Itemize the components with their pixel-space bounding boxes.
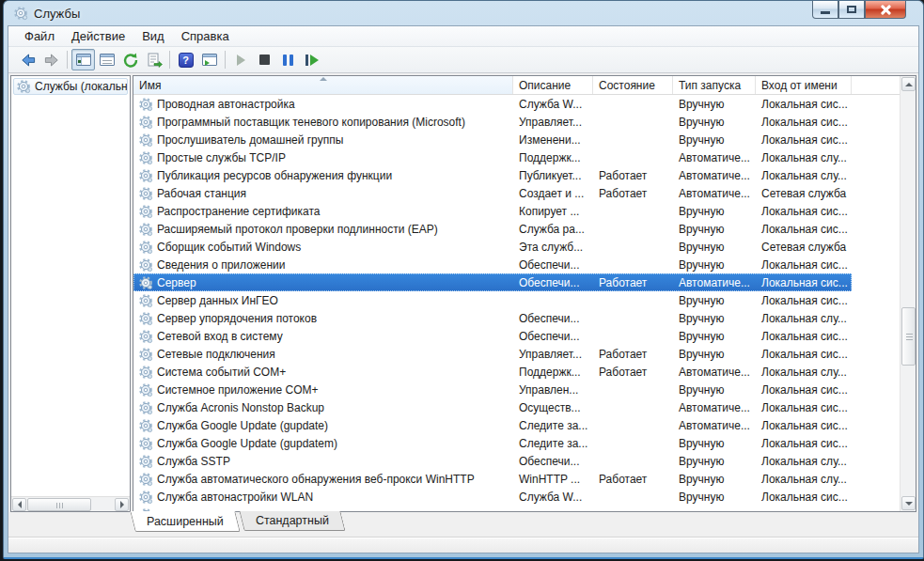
table-row[interactable]: Расширяемый протокол проверки подлинност…	[133, 220, 852, 238]
toolbar-separator	[169, 51, 170, 69]
scroll-up-button[interactable]	[901, 77, 916, 91]
service-description-cell: Служба W...	[513, 98, 593, 111]
vertical-scrollbar-thumb[interactable]	[901, 307, 916, 366]
service-logon-cell: Локальная сис...	[756, 383, 852, 397]
table-row[interactable]: Служба Acronis Nonstop Backup Осуществ..…	[133, 398, 852, 416]
export-list-icon	[146, 52, 163, 69]
table-row[interactable]: Служба автоматического обнаружения веб-п…	[133, 470, 852, 488]
menu-file[interactable]: Файл	[16, 27, 63, 45]
service-description-cell: Обеспечи...	[513, 312, 593, 325]
close-button[interactable]	[865, 1, 906, 19]
start-service-button[interactable]	[229, 49, 253, 70]
service-status-cell: Работает	[593, 187, 673, 200]
table-row[interactable]: Служба Google Update (gupdate) Следите з…	[133, 416, 852, 434]
service-description-cell: Копирует ...	[513, 205, 593, 218]
service-logon-cell: Локальная сис...	[756, 294, 852, 307]
table-row[interactable]: Служба автонастройки WLAN Служба W... Вр…	[133, 488, 852, 506]
table-row[interactable]: Служба SSTP Обеспечи... Вручную Локальна…	[133, 452, 852, 470]
minimize-icon	[821, 11, 830, 14]
service-logon-cell: Локальная слу...	[756, 151, 852, 164]
column-header-logon-as[interactable]: Вход от имени	[756, 76, 852, 94]
table-row[interactable]: Сервер данных ИнГЕО Вручную Локальная си…	[133, 291, 852, 309]
minimize-button[interactable]	[812, 1, 838, 19]
table-row[interactable]: Служба Google Update (gupdatem) Следите …	[133, 434, 852, 452]
maximize-button[interactable]	[838, 1, 865, 19]
service-description-cell: Создает и ...	[513, 187, 593, 200]
service-name-cell: Система событий COM+	[133, 365, 513, 380]
service-logon-cell: Локальная слу...	[756, 455, 852, 468]
menu-view[interactable]: Вид	[133, 27, 173, 45]
service-startup-cell: Вручную	[673, 294, 756, 307]
service-startup-cell: Вручную	[673, 133, 756, 147]
console-tree-pane: Службы (локальн	[10, 75, 131, 512]
properties-button[interactable]	[95, 49, 118, 70]
sort-ascending-icon	[320, 77, 327, 81]
action-pane-icon	[202, 54, 217, 66]
table-row[interactable]: Сетевой вход в систему Обеспечи... Вручн…	[133, 327, 852, 345]
help-button[interactable]: ?	[174, 49, 197, 70]
service-startup-cell: Автоматиче...	[673, 151, 756, 164]
service-name-cell: Сборщик событий Windows	[133, 240, 513, 255]
table-row[interactable]: Сетевые подключения Управляет... Работае…	[133, 345, 852, 363]
service-startup-cell: Вручную	[673, 205, 756, 218]
forward-button[interactable]	[39, 49, 63, 70]
show-console-tree-button[interactable]	[71, 49, 95, 70]
service-name-cell: Программный поставщик теневого копирован…	[133, 115, 513, 130]
column-header-name[interactable]: Имя	[133, 76, 513, 94]
back-button[interactable]	[16, 49, 39, 70]
column-header-status[interactable]: Состояние	[593, 76, 673, 94]
table-row[interactable]: Распространение сертификата Копирует ...…	[133, 202, 852, 220]
table-row[interactable]: Рабочая станция Создает и ... Работает А…	[133, 184, 852, 202]
pause-service-button[interactable]	[276, 49, 300, 70]
table-row[interactable]: Сборщик событий Windows Эта служб... Вру…	[133, 238, 852, 256]
menu-action[interactable]: Действие	[63, 27, 133, 45]
service-description-cell: Осуществ...	[513, 401, 593, 414]
restart-service-button[interactable]	[300, 49, 323, 70]
vertical-scrollbar[interactable]	[900, 76, 916, 511]
scroll-right-button[interactable]	[115, 498, 129, 511]
scroll-down-button[interactable]	[901, 496, 916, 510]
tree-item-services-local[interactable]: Службы (локальн	[13, 78, 128, 95]
table-row[interactable]: Система событий COM+ Поддержк... Работае…	[133, 363, 852, 381]
scroll-up-icon	[905, 83, 913, 86]
stop-service-button[interactable]	[253, 49, 276, 70]
table-row[interactable]: Простые службы TCP/IP Поддержк... Автома…	[133, 148, 852, 166]
table-row[interactable]: Сервер Обеспечи... Работает Автоматиче..…	[133, 273, 852, 291]
column-header-startup-type[interactable]: Тип запуска	[673, 76, 756, 94]
scroll-down-icon	[905, 502, 913, 506]
service-startup-cell: Автоматиче...	[673, 187, 756, 200]
service-gear-icon	[138, 329, 153, 344]
table-row[interactable]: Сервер упорядочения потоков Обеспечи... …	[133, 309, 852, 327]
service-name-cell: Рабочая станция	[133, 186, 513, 201]
service-startup-cell: Автоматиче...	[673, 419, 756, 432]
service-gear-icon	[138, 418, 153, 433]
table-row[interactable]: Программный поставщик теневого копирован…	[133, 113, 852, 131]
titlebar[interactable]: Службы	[4, 1, 923, 25]
horizontal-scrollbar[interactable]	[11, 496, 130, 511]
service-logon-cell: Локальная сис...	[756, 98, 852, 111]
show-action-pane-button[interactable]	[197, 49, 221, 70]
service-logon-cell: Локальная сис...	[756, 491, 852, 504]
refresh-button[interactable]	[118, 49, 142, 70]
menu-help[interactable]: Справка	[173, 27, 238, 45]
service-description-cell: Управлен...	[513, 383, 593, 397]
play-icon	[237, 55, 245, 66]
column-header-description[interactable]: Описание	[513, 76, 593, 94]
properties-icon	[100, 54, 115, 66]
table-row[interactable]: Прослушиватель домашней группы Изменени.…	[133, 131, 852, 148]
service-gear-icon	[138, 150, 153, 165]
horizontal-scrollbar-thumb[interactable]	[27, 498, 91, 511]
tab-standard[interactable]: Стандартный	[239, 511, 345, 531]
table-row[interactable]: Публикация ресурсов обнаружения функции …	[133, 166, 852, 184]
table-row[interactable]: Сведения о приложении Обеспечи... Вручну…	[133, 256, 852, 273]
service-startup-cell: Вручную	[673, 223, 756, 236]
export-list-button[interactable]	[142, 49, 165, 70]
tab-extended[interactable]: Расширенный	[130, 511, 240, 532]
service-startup-cell: Вручную	[673, 330, 756, 343]
service-gear-icon	[138, 347, 153, 362]
table-row[interactable]: Проводная автонастройка Служба W... Вруч…	[133, 95, 852, 113]
table-row[interactable]: Системное приложение COM+ Управлен... Вр…	[133, 381, 852, 398]
service-description-cell: WinHTTP ...	[513, 473, 593, 486]
scroll-left-button[interactable]	[12, 498, 26, 511]
services-table-body: Проводная автонастройка Служба W... Вруч…	[133, 95, 900, 511]
